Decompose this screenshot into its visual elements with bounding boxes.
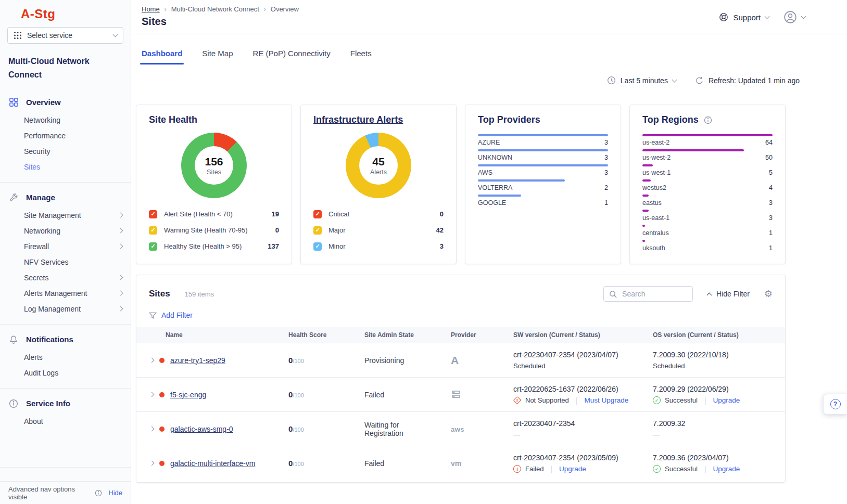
nav-section-manage: ManageSite ManagementNetworkingFirewallN… <box>0 182 131 324</box>
os-status: ✓Successful|Upgrade <box>653 465 782 473</box>
breadcrumb-multi-cloud-network-connect[interactable]: Multi-Cloud Network Connect <box>171 5 259 13</box>
status-label: Successful <box>665 465 698 473</box>
site-name-link[interactable]: azure-try1-sep29 <box>170 356 225 365</box>
site-name-link[interactable]: f5-sjc-engg <box>170 391 206 399</box>
tab-re-pop-connectivity[interactable]: RE (PoP) Connectivity <box>253 49 331 64</box>
site-health-count: 156 <box>205 156 223 168</box>
support-menu[interactable]: Support <box>719 12 769 22</box>
health-score-max: /100 <box>293 427 304 433</box>
sidebar-item-secrets[interactable]: Secrets <box>0 270 131 286</box>
upgrade-link[interactable]: Upgrade <box>559 465 586 473</box>
nav-header-manage[interactable]: Manage <box>0 189 131 208</box>
info-icon <box>704 116 712 124</box>
expand-row-icon[interactable] <box>149 461 155 466</box>
hide-filter-button[interactable]: Hide Filter <box>707 290 750 298</box>
sidebar-item-security[interactable]: Security <box>0 144 131 159</box>
sidebar-item-firewall[interactable]: Firewall <box>0 239 131 254</box>
separator: | <box>550 465 552 473</box>
azure-icon: A <box>451 354 459 366</box>
checkbox-minor[interactable]: ✓ <box>313 242 322 251</box>
sidebar-item-audit-logs[interactable]: Audit Logs <box>0 365 131 381</box>
checkbox-healthy-site-health-95[interactable]: ✓ <box>149 242 157 251</box>
sidebar-item-label: Firewall <box>24 242 49 251</box>
name-cell: galactic-aws-smg-0 <box>136 420 280 438</box>
breadcrumb-home[interactable]: Home <box>142 5 160 13</box>
nav-header-service-info[interactable]: Service Info <box>0 395 131 413</box>
infrastructure-alerts-card: Infrastructure Alerts 45 Alerts ✓Critica… <box>300 105 457 264</box>
breadcrumb-overview[interactable]: Overview <box>271 5 299 13</box>
sidebar-item-log-management[interactable]: Log Management <box>0 301 131 317</box>
sidebar-item-networking[interactable]: Networking <box>0 223 131 239</box>
time-range-selector[interactable]: Last 5 minutes <box>607 76 676 85</box>
expand-row-icon[interactable] <box>149 427 155 432</box>
bar-row-aws: AWS3 <box>478 164 608 177</box>
expand-row-icon[interactable] <box>149 358 155 363</box>
sidebar-item-label: Alerts Management <box>24 289 87 298</box>
funnel-icon <box>149 312 157 319</box>
bar-value: 64 <box>765 138 773 147</box>
bar-meta: us-east-13 <box>642 214 773 222</box>
select-service-dropdown[interactable]: Select service <box>7 27 123 44</box>
os-version: 7.2009.30 (2022/10/18) <box>653 351 782 359</box>
add-filter-button[interactable]: Add Filter <box>136 305 785 327</box>
nav-header-overview[interactable]: Overview <box>0 93 131 112</box>
sidebar-item-label: Audit Logs <box>24 369 58 377</box>
no-status: — <box>513 431 520 438</box>
bar-label: VOLTERRA <box>478 184 512 192</box>
tab-site-map[interactable]: Site Map <box>202 49 233 64</box>
chevron-down-icon <box>801 14 806 19</box>
help-button[interactable]: ? <box>823 394 847 415</box>
nav-header-notifications[interactable]: Notifications <box>0 331 131 350</box>
checkbox-critical[interactable]: ✓ <box>313 210 322 218</box>
checkbox-warning-site-health-70-95[interactable]: ✓ <box>149 226 157 235</box>
sidebar-item-performance[interactable]: Performance <box>0 128 131 144</box>
site-name-link[interactable]: galactic-aws-smg-0 <box>170 425 233 433</box>
sidebar-item-nfv-services[interactable]: NFV Services <box>0 254 131 270</box>
table-body: azure-try1-sep290/100ProvisioningAcrt-20… <box>136 343 785 480</box>
nav-section-overview: OverviewNetworkingPerformanceSecuritySit… <box>0 87 131 182</box>
expand-row-icon[interactable] <box>149 392 155 397</box>
upgrade-link[interactable]: Upgrade <box>713 396 740 404</box>
upgrade-link[interactable]: Upgrade <box>713 465 740 473</box>
account-menu[interactable] <box>783 10 805 24</box>
chevron-right-icon <box>118 213 123 218</box>
checkbox-major[interactable]: ✓ <box>313 226 322 235</box>
sidebar-item-alerts-management[interactable]: Alerts Management <box>0 286 131 301</box>
bar-row-us-west-1: us-west-15 <box>642 164 773 177</box>
aws-icon: aws <box>451 425 464 433</box>
vm-icon: vm <box>451 459 461 468</box>
provider-cell <box>443 385 505 404</box>
status-label: Failed <box>525 465 543 473</box>
infrastructure-alerts-legend: ✓Critical0✓Major42✓Minor3 <box>313 206 444 254</box>
sidebar-item-site-management[interactable]: Site Management <box>0 208 131 223</box>
sidebar-item-about[interactable]: About <box>0 413 131 429</box>
chevron-up-icon <box>707 292 712 298</box>
search-input[interactable] <box>621 289 687 299</box>
tab-dashboard[interactable]: Dashboard <box>142 49 182 64</box>
hide-advanced-nav-link[interactable]: Hide <box>108 489 122 497</box>
must-upgrade-link[interactable]: Must Upgrade <box>584 396 628 404</box>
bar-value: 1 <box>769 244 773 252</box>
os-status: — <box>653 431 782 438</box>
sidebar-footer-strip <box>0 467 131 481</box>
infrastructure-alerts-title-link[interactable]: Infrastructure Alerts <box>313 114 403 125</box>
legend-value: 19 <box>272 210 279 218</box>
sidebar-item-alerts[interactable]: Alerts <box>0 350 131 365</box>
sidebar-item-networking[interactable]: Networking <box>0 112 131 128</box>
nav-section-notifications: NotificationsAlertsAudit Logs <box>0 324 131 388</box>
gear-icon[interactable]: ⚙ <box>764 289 773 299</box>
bar <box>478 149 608 151</box>
bar-value: 3 <box>769 214 773 222</box>
sw-version: crt-20230407-2354 (2023/05/09) <box>513 454 641 462</box>
tab-fleets[interactable]: Fleets <box>350 49 372 64</box>
search-icon <box>609 290 617 298</box>
health-score-max: /100 <box>293 358 304 364</box>
select-service-label: Select service <box>27 31 72 40</box>
refresh-control[interactable]: Refresh: Updated 1 min ago <box>695 76 800 85</box>
site-admin-state-cell: Waiting for Registration <box>356 416 443 443</box>
sidebar-item-sites[interactable]: Sites <box>0 159 131 175</box>
alerts-unit: Alerts <box>370 169 387 176</box>
checkbox-alert-site-health-70[interactable]: ✓ <box>149 210 157 218</box>
nav-header-label: Notifications <box>26 335 73 344</box>
site-name-link[interactable]: galactic-multi-interface-vm <box>170 459 255 468</box>
